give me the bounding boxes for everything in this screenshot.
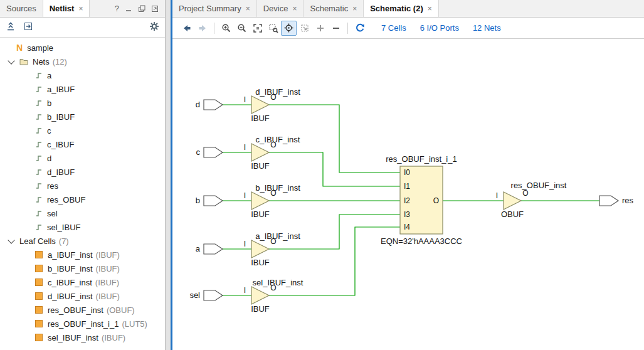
tree-item-cell[interactable]: res_OBUF_inst_i_1(LUT5): [0, 317, 165, 331]
close-icon[interactable]: ×: [292, 4, 297, 13]
svg-text:IBUF: IBUF: [251, 304, 270, 314]
svg-text:O: O: [270, 189, 276, 198]
close-icon[interactable]: ×: [78, 4, 83, 13]
schematic-canvas[interactable]: d c b a sel: [172, 39, 644, 350]
port-b[interactable]: b: [196, 196, 223, 206]
obuf-cell[interactable]: res_OBUF_inst I O OBUF: [496, 181, 567, 219]
tree-item-nets[interactable]: Nets (12): [0, 55, 165, 68]
netlist-tree: N sample Nets (12) a a_IBUF b b_IBUF c c…: [0, 38, 165, 350]
close-icon[interactable]: ×: [428, 4, 432, 13]
float-icon[interactable]: [138, 5, 145, 13]
nets-count-link[interactable]: 12 Nets: [473, 23, 501, 33]
tree-item-net[interactable]: sel_IBUF: [0, 220, 165, 234]
minimize-icon[interactable]: [125, 5, 132, 13]
svg-text:O: O: [270, 93, 276, 102]
svg-text:d_IBUF_inst: d_IBUF_inst: [255, 87, 300, 97]
schematic-svg: d c b a sel: [172, 39, 644, 350]
svg-text:O: O: [522, 189, 528, 198]
tab-netlist[interactable]: Netlist ×: [43, 0, 90, 17]
net-icon: [35, 85, 43, 93]
forward-button[interactable]: [194, 21, 210, 36]
cell-icon: [35, 265, 43, 272]
zoom-selection-icon[interactable]: [265, 21, 281, 36]
tree-item-net[interactable]: res: [0, 179, 165, 193]
svg-text:I: I: [244, 286, 246, 295]
close-icon[interactable]: ×: [352, 4, 357, 13]
tree-item-cell[interactable]: c_IBUF_inst(IBUF): [0, 275, 165, 289]
lut5-cell[interactable]: res_OBUF_inst_i_1 I0 I1 I2 I3 I4 O EQN=3…: [381, 154, 462, 246]
back-button[interactable]: [179, 21, 194, 36]
svg-text:I1: I1: [404, 182, 410, 191]
close-icon[interactable]: ×: [246, 4, 250, 13]
svg-text:res: res: [622, 196, 634, 205]
cells-count-link[interactable]: 7 Cells: [381, 23, 406, 33]
tree-item-net[interactable]: c: [0, 124, 165, 137]
svg-text:a_IBUF_inst: a_IBUF_inst: [255, 231, 300, 241]
netlist-panel: Sources Netlist × ? N sample: [0, 0, 166, 350]
chevron-down-icon[interactable]: [8, 57, 14, 64]
tree-item-cell[interactable]: sel_IBUF_inst(IBUF): [0, 331, 165, 344]
svg-text:d: d: [196, 100, 200, 109]
tree-item-net[interactable]: b: [0, 96, 165, 110]
svg-text:a: a: [196, 244, 201, 253]
tree-item-net[interactable]: sel: [0, 206, 165, 220]
tree-item-net[interactable]: a_IBUF: [0, 82, 165, 96]
maximize-icon[interactable]: [151, 5, 159, 13]
root-label: sample: [27, 43, 53, 53]
port-sel[interactable]: sel: [189, 290, 223, 300]
gear-icon[interactable]: [149, 21, 159, 33]
tree-item-cell[interactable]: d_IBUF_inst(IBUF): [0, 289, 165, 303]
io-ports-count-link[interactable]: 6 I/O Ports: [420, 23, 459, 33]
svg-text:I3: I3: [404, 210, 410, 219]
tree-item-net[interactable]: d: [0, 151, 165, 165]
zoom-out-icon[interactable]: [234, 21, 250, 36]
net-icon: [35, 141, 43, 148]
right-tabbar: Project Summary × Device × Schematic × S…: [172, 0, 644, 18]
tree-item-net[interactable]: b_IBUF: [0, 110, 165, 124]
tree-item-leaf-cells[interactable]: Leaf Cells (7): [0, 234, 165, 248]
tree-item-net[interactable]: c_IBUF: [0, 137, 165, 151]
tree-item-net[interactable]: d_IBUF: [0, 165, 165, 179]
svg-text:IBUF: IBUF: [251, 258, 270, 267]
port-res[interactable]: res: [599, 196, 634, 206]
expand-select-icon[interactable]: [23, 21, 33, 33]
svg-text:O: O: [270, 141, 276, 149]
zoom-in-icon[interactable]: [218, 21, 234, 36]
svg-text:I: I: [496, 191, 498, 200]
chevron-down-icon[interactable]: [8, 236, 14, 243]
tree-item-net[interactable]: res_OBUF: [0, 193, 165, 206]
tree-item-net[interactable]: a: [0, 68, 165, 82]
svg-text:b_IBUF_inst: b_IBUF_inst: [255, 183, 300, 193]
tree-item-cell[interactable]: b_IBUF_inst(IBUF): [0, 262, 165, 275]
tab-sources[interactable]: Sources: [0, 0, 43, 17]
tree-item-root[interactable]: N sample: [0, 41, 165, 55]
remove-icon[interactable]: [328, 21, 344, 36]
cell-icon: [35, 292, 43, 300]
left-tabbar: Sources Netlist × ?: [0, 0, 165, 18]
panel-window-controls: ?: [108, 0, 165, 17]
cell-icon: [35, 334, 43, 341]
tab-schematic-2[interactable]: Schematic (2) ×: [364, 0, 439, 17]
svg-text:I: I: [244, 191, 246, 200]
add-icon[interactable]: [312, 21, 328, 36]
tab-schematic[interactable]: Schematic ×: [304, 0, 364, 17]
port-d[interactable]: d: [196, 100, 223, 110]
net-icon: [35, 72, 43, 79]
tree-item-cell[interactable]: res_OBUF_inst(OBUF): [0, 303, 165, 317]
help-icon[interactable]: ?: [115, 4, 119, 13]
tab-project-summary[interactable]: Project Summary ×: [172, 0, 257, 17]
tab-device[interactable]: Device ×: [257, 0, 304, 17]
net-icon: [35, 154, 43, 162]
regenerate-selection-icon[interactable]: [297, 21, 312, 36]
svg-text:IBUF: IBUF: [251, 161, 270, 171]
svg-text:OBUF: OBUF: [501, 209, 524, 219]
tree-item-cell[interactable]: a_IBUF_inst(IBUF): [0, 248, 165, 262]
autofit-selection-icon[interactable]: [281, 21, 297, 36]
zoom-fit-icon[interactable]: [250, 21, 265, 36]
port-a[interactable]: a: [196, 244, 223, 254]
net-icon: [35, 168, 43, 176]
port-c[interactable]: c: [196, 147, 223, 157]
collapse-all-icon[interactable]: [6, 21, 16, 33]
net-icon: [35, 113, 43, 120]
refresh-icon[interactable]: [352, 21, 367, 36]
